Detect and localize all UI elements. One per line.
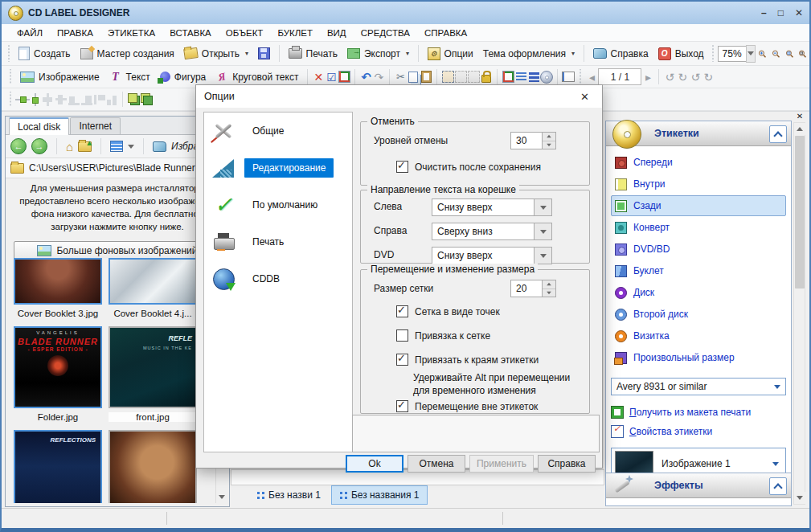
- send-to-back-icon[interactable]: [140, 93, 153, 106]
- export-button[interactable]: Экспорт▾: [342, 46, 414, 62]
- zoom-level-input[interactable]: 75%: [718, 46, 747, 62]
- insert-circular-text-button[interactable]: ЯКруговой текст: [211, 68, 303, 86]
- paper-type-select[interactable]: Avery 8931 or similar: [611, 378, 786, 395]
- thumbnail-row3-right[interactable]: [109, 430, 197, 503]
- new-button[interactable]: Создать: [14, 44, 76, 63]
- save-button[interactable]: [253, 45, 275, 62]
- label-item-inside[interactable]: Внутри: [611, 174, 786, 194]
- menu-edit[interactable]: ПРАВКА: [50, 27, 100, 39]
- get-from-print-layout-link[interactable]: Получить из макета печати: [606, 403, 791, 422]
- theme-button[interactable]: Тема оформления▾: [478, 46, 580, 62]
- forward-icon[interactable]: →: [31, 138, 47, 154]
- dialog-close-button[interactable]: ✕: [575, 91, 594, 103]
- close-dock-icon[interactable]: ✕: [794, 110, 805, 121]
- view-mode-icon[interactable]: [110, 141, 123, 152]
- menu-help[interactable]: СПРАВКА: [417, 27, 474, 39]
- insert-field-icon[interactable]: [514, 71, 527, 84]
- dot-grid-checkbox[interactable]: Сетка в виде точек: [396, 305, 500, 317]
- insert-image-button[interactable]: Изображение: [15, 69, 104, 85]
- tab-local-disk[interactable]: Local disk: [9, 117, 69, 135]
- label-item-disc[interactable]: Диск: [611, 282, 786, 303]
- cut-icon[interactable]: ✂: [394, 71, 407, 84]
- tab-internet[interactable]: Internet: [70, 117, 121, 134]
- menu-label[interactable]: ЭТИКЕТКА: [100, 27, 162, 39]
- view-mode-dropdown-icon[interactable]: [128, 145, 134, 149]
- scroll-down-arrow[interactable]: [794, 492, 805, 504]
- image-properties-icon[interactable]: [338, 71, 350, 84]
- label-item-dvd[interactable]: DVD/BD: [611, 239, 786, 260]
- maximize-button[interactable]: □: [778, 7, 784, 18]
- spine-dvd-select[interactable]: Снизу вверх: [432, 247, 552, 264]
- ok-button[interactable]: Ok: [346, 455, 403, 473]
- center-vertical-icon[interactable]: [28, 93, 41, 106]
- close-button[interactable]: ✕: [795, 7, 803, 18]
- label-item-front[interactable]: Спереди: [611, 152, 786, 173]
- spine-left-select[interactable]: Снизу вверх: [432, 198, 552, 216]
- folder-up-icon[interactable]: ▲: [78, 141, 92, 152]
- label-item-envelope[interactable]: Конверт: [611, 217, 786, 238]
- cd-browse-icon[interactable]: [540, 71, 553, 84]
- chevron-down-icon[interactable]: [535, 247, 552, 264]
- undo-icon[interactable]: ↶: [359, 71, 372, 84]
- chevron-down-icon[interactable]: [535, 198, 552, 216]
- scroll-down-arrow[interactable]: [216, 491, 227, 503]
- label-item-custom-size[interactable]: Произвольный размер: [611, 347, 786, 368]
- spin-up-icon[interactable]: [543, 280, 555, 289]
- grid-size-spinner[interactable]: 20: [510, 280, 556, 297]
- menu-booklet[interactable]: БУКЛЕТ: [270, 27, 320, 39]
- chevron-down-icon[interactable]: [535, 223, 552, 240]
- label-item-booklet[interactable]: Буклет: [611, 260, 786, 281]
- menu-tools[interactable]: СРЕДСТВА: [354, 27, 417, 39]
- help-button[interactable]: Справка: [588, 46, 653, 62]
- file-name[interactable]: Cover Booklet 3.jpg: [14, 309, 102, 318]
- object-properties-icon[interactable]: ☑: [325, 71, 338, 84]
- category-cddb[interactable]: CDDB: [204, 260, 352, 297]
- page-indicator[interactable]: 1 / 1: [598, 68, 641, 85]
- menu-file[interactable]: ФАЙЛ: [10, 27, 50, 39]
- zoom-fit-icon[interactable]: [785, 47, 794, 61]
- category-general[interactable]: Общие: [204, 113, 352, 149]
- category-editing[interactable]: Редактирование: [204, 149, 352, 186]
- track-list-icon[interactable]: [527, 71, 540, 84]
- paste-icon[interactable]: [420, 71, 432, 84]
- snap-to-grid-checkbox[interactable]: Привязка к сетке: [396, 329, 490, 342]
- zoom-100-icon[interactable]: [798, 47, 807, 61]
- zoom-out-icon[interactable]: [772, 47, 780, 61]
- file-name[interactable]: front.jpg: [109, 412, 197, 422]
- dock-scrollbar[interactable]: [793, 122, 805, 505]
- options-button[interactable]: ⚙Опции: [423, 45, 478, 63]
- center-horizontal-icon[interactable]: [15, 93, 28, 106]
- thumbnail-front-jpg[interactable]: REFLE MUSIC IN THE KE: [109, 326, 197, 408]
- zoom-level-dropdown[interactable]: [746, 45, 756, 63]
- document-tab-2[interactable]: Без названия 1: [331, 485, 428, 505]
- snap-to-label-edges-checkbox[interactable]: Привязать к краям этикетки: [396, 354, 539, 366]
- help-dialog-button[interactable]: Справка: [538, 455, 596, 473]
- thumbnail-cover-booklet-3[interactable]: [14, 258, 102, 305]
- collapse-effects-button[interactable]: [769, 477, 787, 495]
- menu-view[interactable]: ВИД: [320, 27, 354, 39]
- label-properties-link[interactable]: Свойства этикетки: [606, 422, 791, 441]
- structure-icon[interactable]: [502, 71, 514, 84]
- insert-text-button[interactable]: TТекст: [104, 68, 155, 86]
- scroll-up-arrow[interactable]: [794, 123, 805, 135]
- cancel-button[interactable]: Отмена: [408, 455, 465, 473]
- thumbnail-row3-left[interactable]: REFLECTIONS: [14, 430, 102, 503]
- delete-object-icon[interactable]: ✕: [312, 71, 325, 84]
- thumbnail-cover-booklet-4[interactable]: [109, 258, 197, 305]
- spine-right-select[interactable]: Сверху вниз: [432, 223, 552, 240]
- bring-to-front-icon[interactable]: [127, 93, 140, 106]
- next-page-icon[interactable]: ▸: [641, 71, 654, 84]
- category-defaults[interactable]: ✓По умолчанию: [204, 186, 352, 223]
- home-icon[interactable]: ⌂: [66, 140, 73, 153]
- spin-up-icon[interactable]: [543, 133, 555, 141]
- open-button[interactable]: Открыть▾: [179, 46, 253, 62]
- select-mode-icon[interactable]: [441, 71, 454, 84]
- menu-object[interactable]: ОБЪЕКТ: [219, 27, 271, 39]
- collapse-labels-button[interactable]: [769, 125, 787, 143]
- print-button[interactable]: Печать: [284, 46, 342, 62]
- scroll-thumb[interactable]: [795, 136, 805, 289]
- minimize-button[interactable]: –: [761, 7, 767, 18]
- wizard-button[interactable]: Мастер создания: [76, 46, 179, 62]
- document-tab-1[interactable]: Без назви 1: [248, 485, 330, 505]
- lock-icon[interactable]: [480, 71, 493, 84]
